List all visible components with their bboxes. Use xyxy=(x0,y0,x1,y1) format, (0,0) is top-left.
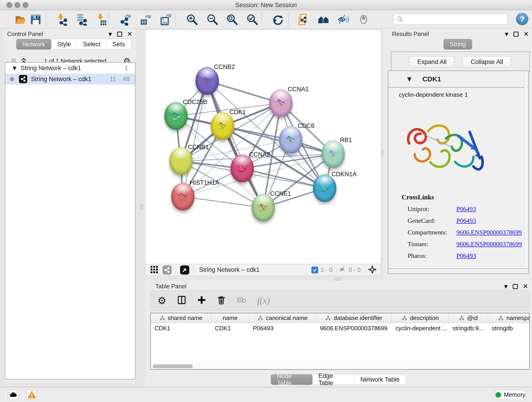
network-node-hist1h1a[interactable] xyxy=(171,183,195,211)
crosslink-link[interactable]: 9606.ENSP00000378699 xyxy=(456,229,522,236)
panel-close-icon[interactable]: ✕ xyxy=(523,283,528,290)
network-node-ccnb1[interactable] xyxy=(169,147,193,175)
network-node-ccna2[interactable] xyxy=(230,154,254,182)
table-cell[interactable]: CDK1 xyxy=(151,323,211,333)
import-network-from-database-icon[interactable] xyxy=(74,13,87,26)
tab-string[interactable]: String xyxy=(443,39,472,50)
crosslink-link[interactable]: P06493 xyxy=(456,205,476,213)
column-header[interactable]: description xyxy=(392,313,449,323)
export-network-icon[interactable] xyxy=(119,13,133,26)
collection-expand-icon[interactable]: ▼ xyxy=(13,65,17,71)
import-table-from-file-icon[interactable] xyxy=(94,13,108,26)
import-network-from-file-icon[interactable] xyxy=(55,13,68,26)
help-button[interactable]: ? xyxy=(516,13,528,25)
pan-mode-icon[interactable] xyxy=(368,265,377,275)
column-header[interactable]: database identifier xyxy=(316,313,392,323)
panel-float-icon[interactable]: ▼ xyxy=(505,32,508,37)
first-neighbors-icon[interactable] xyxy=(317,13,330,26)
network-name: String Network – cdk1 xyxy=(31,76,91,83)
zoom-fit-content-icon[interactable] xyxy=(225,13,239,26)
panel-maximize-icon[interactable] xyxy=(117,32,122,37)
tab-sets[interactable]: Sets xyxy=(107,39,131,50)
table-horizontal-scrollbar[interactable] xyxy=(151,363,529,369)
delete-column-icon[interactable] xyxy=(217,295,226,306)
network-row[interactable]: String Network – cdk1 11 48 xyxy=(5,74,135,85)
warnings-button[interactable] xyxy=(27,390,37,400)
network-node-ccna1[interactable] xyxy=(269,89,293,117)
network-node-ccnb2[interactable] xyxy=(196,67,219,95)
network-node-cdc25b[interactable] xyxy=(164,102,188,130)
panel-maximize-icon[interactable] xyxy=(513,284,518,289)
window-title: Session: New Session xyxy=(0,2,532,9)
network-edge[interactable] xyxy=(183,197,263,208)
node-label: CDC25B xyxy=(183,99,207,106)
network-node-cdc6[interactable] xyxy=(279,126,302,154)
zoom-in-icon[interactable] xyxy=(185,13,199,26)
save-session-icon[interactable] xyxy=(29,13,42,26)
zoom-selected-icon[interactable] xyxy=(246,13,259,26)
collapse-all-button[interactable]: Collapse All xyxy=(462,56,511,67)
tab-node-table[interactable]: Node Table xyxy=(271,374,312,385)
tab-network-table[interactable]: Network Table xyxy=(354,374,406,385)
refresh-view-icon[interactable] xyxy=(271,13,284,26)
search-input[interactable] xyxy=(394,14,507,25)
crosslink-link[interactable]: P06493 xyxy=(456,252,476,259)
table-cell[interactable]: cyclin-dependent ... xyxy=(392,323,449,333)
column-header[interactable]: shared name xyxy=(151,313,211,323)
delete-table-icon[interactable] xyxy=(236,295,247,306)
tab-select[interactable]: Select xyxy=(77,39,107,50)
panel-close-icon[interactable]: ✕ xyxy=(127,30,133,38)
left-splitter-handle[interactable] xyxy=(140,204,143,210)
hide-selected-icon[interactable] xyxy=(336,13,350,26)
show-all-icon[interactable] xyxy=(357,13,370,26)
network-node-rb1[interactable] xyxy=(322,140,345,168)
export-table-icon[interactable] xyxy=(139,13,152,26)
bottom-splitter-handle[interactable] xyxy=(335,278,341,281)
table-cell[interactable]: 9606.ENSP00000378699 xyxy=(316,323,392,333)
network-node-cdkn1a[interactable] xyxy=(313,174,336,202)
panel-float-icon[interactable]: ▼ xyxy=(504,284,507,289)
scrollbar-thumb[interactable] xyxy=(152,364,193,368)
clone-network-icon[interactable] xyxy=(297,13,310,26)
network-node-cdk1[interactable] xyxy=(211,112,234,140)
column-header[interactable]: namespace xyxy=(488,313,530,323)
column-header[interactable]: canonical name xyxy=(249,313,316,323)
table-options-gear-icon[interactable]: ⚙ xyxy=(157,295,166,306)
expand-all-button[interactable]: Expand All xyxy=(409,56,454,67)
tab-network[interactable]: Network xyxy=(16,39,51,50)
export-image-icon[interactable] xyxy=(159,13,172,26)
entry-collapse-icon[interactable]: ▼ xyxy=(407,76,411,82)
table-cell[interactable]: stringdb xyxy=(488,323,530,333)
tab-edge-table[interactable]: Edge Table xyxy=(312,374,354,385)
network-canvas[interactable]: CCNB2CCNA1CDC25BCDK1CDC6RB1CCNB1CCNA2CDK… xyxy=(145,30,381,264)
open-session-icon[interactable] xyxy=(14,13,27,26)
warning-icon xyxy=(28,391,36,399)
table-cell[interactable]: CDK1 xyxy=(211,323,249,333)
network-node-ccne1[interactable] xyxy=(252,194,275,222)
network-view-mode-icon[interactable] xyxy=(162,265,172,274)
table-row[interactable]: CDK1CDK1P064939606.ENSP00000378699cyclin… xyxy=(151,323,529,333)
grid-view-icon[interactable] xyxy=(150,265,158,274)
function-builder-icon[interactable]: f(x) xyxy=(257,295,270,306)
birds-eye-view-icon[interactable] xyxy=(180,265,189,274)
show-columns-icon[interactable] xyxy=(177,295,186,306)
results-scrollbar[interactable] xyxy=(524,71,527,268)
status-bar: Memory xyxy=(0,387,532,402)
table-cell[interactable]: stringdb:9... xyxy=(449,323,488,333)
table-cell[interactable]: P06493 xyxy=(249,323,316,333)
network-edge[interactable] xyxy=(207,81,263,208)
zoom-out-icon[interactable] xyxy=(206,13,219,26)
memory-button[interactable]: Memory xyxy=(495,390,526,400)
panel-float-icon[interactable]: ▼ xyxy=(108,32,112,37)
crosslink-link[interactable]: 9606.ENSP00000378699 xyxy=(456,240,522,248)
crosslink-link[interactable]: P06493 xyxy=(456,217,476,224)
add-column-icon[interactable] xyxy=(197,295,206,306)
panel-close-icon[interactable]: ✕ xyxy=(524,30,529,38)
tab-style[interactable]: Style xyxy=(51,39,77,50)
network-collection-row[interactable]: ▼ String Network – cdk1 1 xyxy=(5,63,135,74)
cloud-status-button[interactable] xyxy=(8,390,18,400)
column-header[interactable]: name xyxy=(211,313,249,323)
panel-maximize-icon[interactable] xyxy=(513,32,519,37)
selected-checkbox-icon[interactable] xyxy=(311,267,318,274)
column-header[interactable]: @id xyxy=(449,313,488,323)
